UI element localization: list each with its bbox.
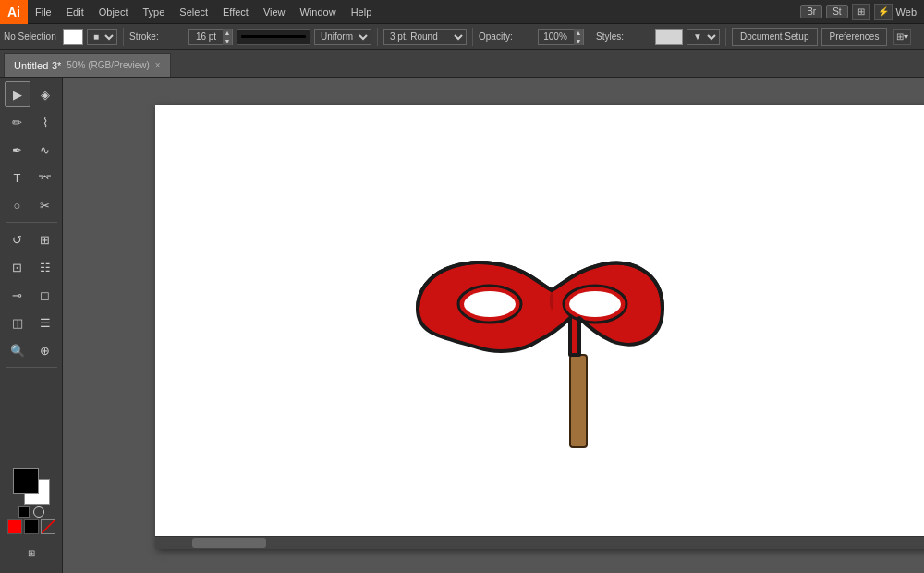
default-colors-icon[interactable] [18, 506, 30, 518]
stroke-size-input[interactable] [189, 31, 223, 42]
swap-colors-icon[interactable] [33, 506, 44, 518]
opacity-input-wrap: ▲ ▼ [538, 29, 584, 45]
view-tool-row: ⊞ [18, 540, 44, 566]
sidebar-sep-2 [6, 367, 57, 368]
preferences-button[interactable]: Preferences [821, 28, 888, 46]
tool-row-3: ✒ ∿ [5, 137, 58, 163]
separator-2 [377, 28, 378, 46]
color-swatch-none[interactable] [41, 519, 55, 534]
tool-row-7: ⊡ ☷ [5, 254, 58, 280]
tool-row-1: ▶ ◈ [5, 81, 58, 107]
selection-label: No Selection [4, 31, 59, 42]
rectangle-tool[interactable]: ◻ [32, 282, 58, 308]
pencil-tool[interactable]: ✒ [5, 137, 30, 163]
opacity-up[interactable]: ▲ [574, 29, 583, 37]
tool-row-10: 🔍 ⊕ [5, 337, 58, 363]
round-dropdown[interactable]: 3 pt. Round [383, 29, 467, 45]
secondary-toolbar: No Selection ■ Stroke: ▲ ▼ Uniform 3 pt.… [0, 24, 924, 50]
column-graph-tool[interactable]: ☷ [32, 254, 58, 280]
separator-1 [123, 28, 124, 46]
fill-color-swatch[interactable] [63, 29, 83, 45]
none-swatch-icon [42, 520, 55, 533]
uniform-dropdown[interactable]: Uniform [314, 29, 371, 45]
mesh-tool[interactable]: ☰ [32, 310, 58, 335]
type-tool[interactable]: T [5, 165, 30, 190]
pen-tool[interactable]: ✏ [5, 109, 30, 135]
tab-close-button[interactable]: × [155, 54, 161, 78]
menu-type[interactable]: Type [136, 0, 173, 24]
svg-rect-1 [570, 355, 587, 447]
curvature-tool[interactable]: ⌇ [32, 109, 58, 135]
select-tool[interactable]: ▶ [5, 81, 30, 107]
menu-edit[interactable]: Edit [59, 0, 91, 24]
lightning-icon[interactable]: ⚡ [874, 4, 893, 20]
tool-row-8: ⊸ ◻ [5, 282, 58, 308]
scissors-tool[interactable]: ✂ [32, 192, 58, 218]
bridge-button[interactable]: Br [800, 5, 822, 18]
svg-line-0 [42, 520, 55, 533]
touch-type-tool[interactable]: ⌤ [32, 165, 58, 190]
brush-tool[interactable]: ∿ [32, 137, 58, 163]
stock-button[interactable]: St [826, 5, 847, 18]
separator-3 [472, 28, 473, 46]
color-swatch-red[interactable] [7, 519, 22, 534]
color-stack [13, 468, 50, 505]
ellipse-tool[interactable]: ○ [5, 192, 30, 218]
scrollbar-horizontal[interactable] [155, 536, 924, 549]
app-logo: Ai [0, 0, 28, 24]
scroll-thumb-horizontal[interactable] [192, 538, 266, 548]
styles-dropdown[interactable]: ▼ [687, 29, 720, 45]
document-tab[interactable]: Untitled-3* 50% (RGB/Preview) × [4, 53, 171, 77]
tool-row-2: ✏ ⌇ [5, 109, 58, 135]
opacity-down[interactable]: ▼ [574, 37, 583, 45]
reflect-tool[interactable]: ⊞ [18, 540, 44, 566]
svg-point-5 [569, 291, 621, 317]
tab-mode: 50% (RGB/Preview) [67, 54, 149, 78]
document-setup-button[interactable]: Document Setup [732, 28, 818, 46]
grid-icon[interactable]: ⊞ [852, 4, 870, 20]
hand-tool[interactable]: ⊕ [32, 337, 58, 363]
color-swatch-black[interactable] [24, 519, 39, 534]
transform-tool[interactable]: ⊞ [32, 226, 58, 252]
zoom-tool[interactable]: 🔍 [5, 337, 30, 363]
symbol-tool[interactable]: ⊡ [5, 254, 30, 280]
stroke-spinner: ▲ ▼ [223, 29, 232, 45]
tool-row-6: ↺ ⊞ [5, 226, 58, 252]
separator-5 [725, 28, 726, 46]
menu-view[interactable]: View [256, 0, 293, 24]
menu-help[interactable]: Help [344, 0, 380, 24]
stroke-line [241, 35, 306, 38]
menu-bar: Ai File Edit Object Type Select Effect V… [0, 0, 924, 24]
separator-4 [590, 28, 590, 46]
stroke-up[interactable]: ▲ [223, 29, 232, 37]
tool-row-4: T ⌤ [5, 165, 58, 190]
tab-title: Untitled-3* [14, 54, 61, 78]
styles-label: Styles: [596, 31, 651, 42]
opacity-input[interactable] [539, 31, 572, 42]
foreground-color[interactable] [13, 468, 39, 494]
menu-effect[interactable]: Effect [215, 0, 256, 24]
arrange-icon[interactable]: ⊞▾ [893, 29, 911, 45]
stroke-size-input-wrap: ▲ ▼ [188, 29, 233, 45]
menu-right: Br St ⊞ ⚡ Web [800, 4, 924, 20]
tool-row-9: ◫ ☰ [5, 310, 58, 335]
styles-swatch[interactable] [655, 29, 683, 45]
artboard-tool[interactable]: ⊸ [5, 282, 30, 308]
rotate-tool[interactable]: ↺ [5, 226, 30, 252]
direct-select-tool[interactable]: ◈ [32, 81, 58, 107]
sidebar-sep-1 [6, 222, 57, 223]
menu-window[interactable]: Window [293, 0, 344, 24]
stroke-label: Stroke: [129, 31, 185, 42]
slice-tool[interactable]: ◫ [5, 310, 30, 335]
canvas-area[interactable] [63, 78, 924, 573]
menu-file[interactable]: File [28, 0, 59, 24]
color-area: ⊞ [4, 464, 59, 569]
stroke-down[interactable]: ▼ [223, 37, 232, 45]
stroke-line-preview [237, 29, 310, 45]
color-row [7, 519, 55, 534]
menu-object[interactable]: Object [91, 0, 136, 24]
web-label: Web [896, 6, 917, 18]
menu-select[interactable]: Select [172, 0, 215, 24]
fill-type-dropdown[interactable]: ■ [87, 29, 117, 45]
svg-point-3 [464, 291, 516, 317]
